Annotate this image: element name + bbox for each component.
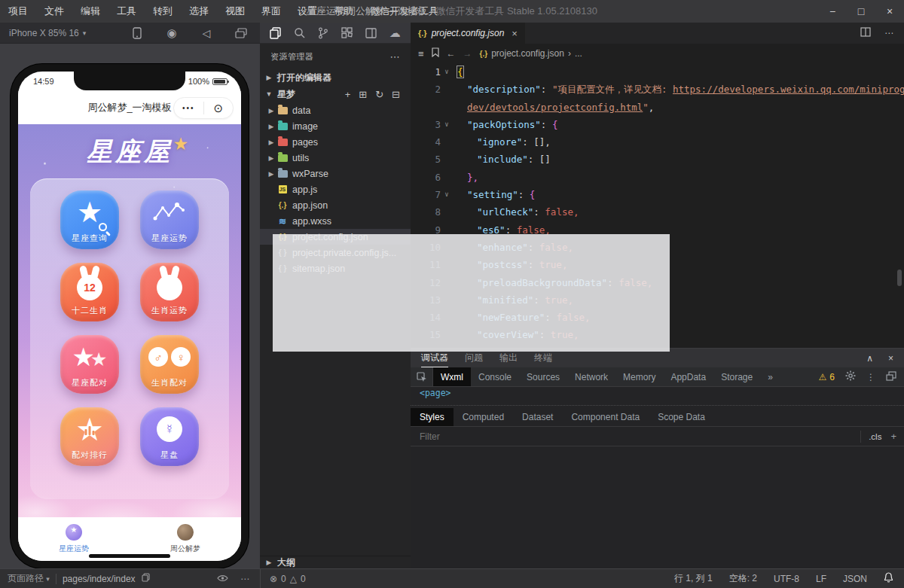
problems-counter[interactable]: ⊗ 0 △ 0 — [260, 569, 315, 588]
minimize-button[interactable]: − — [818, 0, 847, 23]
outline-section[interactable]: ▶ 大纲 — [260, 556, 411, 568]
menu-item-6[interactable]: 视图 — [217, 0, 253, 23]
warning-badge[interactable]: ⚠6 — [819, 372, 835, 382]
menu-item-2[interactable]: 编辑 — [72, 0, 108, 23]
cursor-position[interactable]: 行 1, 列 1 — [674, 572, 713, 585]
eye-icon[interactable] — [217, 574, 228, 584]
collapse-panel-icon[interactable]: ∧ — [866, 353, 873, 364]
style-tab-computed[interactable]: Computed — [454, 408, 513, 426]
tree-item-app-js[interactable]: JSapp.js — [260, 181, 411, 197]
back-icon[interactable]: ← — [447, 48, 456, 59]
forward-icon[interactable]: → — [463, 48, 472, 59]
capsule-exit-icon[interactable]: ⊙ — [204, 102, 234, 114]
devtools-tab-appdata[interactable]: AppData — [663, 367, 713, 386]
fold-icon[interactable]: ∨ — [441, 63, 453, 81]
new-file-icon[interactable]: + — [345, 89, 351, 100]
close-button[interactable]: × — [875, 0, 904, 23]
devtools-tab-storage[interactable]: Storage — [713, 367, 760, 386]
refresh-icon[interactable]: ↻ — [375, 89, 383, 100]
menu-item-5[interactable]: 选择 — [181, 0, 217, 23]
eol[interactable]: LF — [816, 574, 826, 584]
app-tile-0[interactable]: ★星座查询 — [60, 190, 119, 249]
tree-item-app-wxss[interactable]: ≋app.wxss — [260, 213, 411, 229]
gear-icon[interactable] — [845, 370, 856, 383]
multi-window-icon[interactable] — [233, 25, 249, 41]
style-tab-component-data[interactable]: Component Data — [562, 408, 649, 426]
bell-icon[interactable] — [884, 572, 893, 585]
app-tile-5[interactable]: ♂♀生肖配对 — [140, 335, 199, 394]
tree-item-wxparse[interactable]: ▶wxParse — [260, 166, 411, 181]
language-mode[interactable]: JSON — [843, 574, 867, 584]
style-tab-dataset[interactable]: Dataset — [513, 408, 562, 426]
fold-icon[interactable]: ∨ — [441, 116, 453, 133]
editor-layout-icon[interactable] — [363, 25, 380, 41]
style-tab-styles[interactable]: Styles — [411, 408, 454, 426]
more-actions-icon[interactable]: ⋯ — [884, 28, 893, 38]
cls-button[interactable]: .cls — [860, 431, 889, 443]
undock-icon[interactable] — [886, 371, 896, 383]
tab-project-config-json[interactable]: {.} project.config.json × — [411, 23, 525, 44]
devtools-tab-network[interactable]: Network — [567, 367, 615, 386]
app-tile-3[interactable]: 生肖运势 — [140, 263, 199, 321]
kebab-menu-icon[interactable]: ⋮ — [866, 372, 875, 382]
indent-setting[interactable]: 空格: 2 — [729, 572, 757, 585]
page-element-tag[interactable]: <page> — [420, 388, 451, 398]
copy-icon[interactable] — [142, 573, 150, 584]
fold-icon[interactable]: ∨ — [441, 186, 453, 203]
phone-tab-0[interactable]: 星座运势 — [59, 524, 89, 554]
cloud-icon[interactable]: ☁ — [386, 25, 403, 41]
page-path-dropdown[interactable]: 页面路径 ▾ — [8, 572, 50, 585]
app-tile-2[interactable]: 12十二生肖 — [60, 263, 119, 321]
phone-icon[interactable] — [129, 25, 145, 41]
collapse-all-icon[interactable]: ⊟ — [392, 89, 400, 100]
search-icon[interactable] — [291, 25, 307, 41]
close-panel-icon[interactable]: × — [888, 353, 893, 364]
token: " — [643, 102, 649, 113]
tree-item-pages[interactable]: ▶pages — [260, 134, 411, 150]
menu-item-1[interactable]: 文件 — [36, 0, 72, 23]
bookmark-icon[interactable] — [432, 47, 439, 59]
more-icon[interactable]: ⋯ — [240, 574, 249, 584]
inspect-element-icon[interactable] — [411, 367, 433, 386]
devtools-tab-memory[interactable]: Memory — [615, 367, 663, 386]
split-editor-icon[interactable] — [860, 27, 871, 39]
app-tile-4[interactable]: ★★星座配对 — [60, 335, 119, 394]
menu-item-4[interactable]: 转到 — [145, 0, 181, 23]
current-page-path[interactable]: pages/index/index — [63, 574, 136, 584]
tree-item-app-json[interactable]: {.}app.json — [260, 197, 411, 213]
git-icon[interactable] — [315, 25, 331, 41]
tree-item-image[interactable]: ▶image — [260, 118, 411, 134]
element-tree[interactable]: <page> — [411, 387, 904, 405]
filter-input[interactable] — [418, 431, 860, 443]
explorer-more-icon[interactable]: ⋯ — [390, 51, 401, 62]
tabs-overflow-icon[interactable]: » — [760, 367, 780, 386]
list-icon[interactable]: ≡ — [418, 48, 424, 59]
extensions-icon[interactable] — [339, 25, 356, 41]
new-folder-icon[interactable]: ⊞ — [359, 89, 367, 100]
menu-item-0[interactable]: 项目 — [0, 0, 36, 23]
audio-icon[interactable]: ◁ — [198, 25, 215, 41]
record-icon[interactable]: ◉ — [163, 25, 180, 41]
capsule-more-icon[interactable]: ••• — [174, 104, 203, 112]
devtools-tab-console[interactable]: Console — [471, 367, 519, 386]
token: [], — [533, 136, 551, 148]
add-style-icon[interactable]: + — [889, 431, 896, 442]
style-tab-scope-data[interactable]: Scope Data — [649, 408, 714, 426]
tree-item-utils[interactable]: ▶utils — [260, 150, 411, 166]
explorer-icon[interactable] — [267, 25, 284, 41]
devtools-tab-wxml[interactable]: Wxml — [433, 367, 471, 386]
tree-item-data[interactable]: ▶data — [260, 102, 411, 118]
breadcrumb-file[interactable]: {.} project.config.json › ... — [480, 48, 582, 59]
menu-item-3[interactable]: 工具 — [108, 0, 145, 23]
editor-scrollbar[interactable] — [897, 270, 902, 286]
project-section[interactable]: ▼ 星梦 +⊞↻⊟ — [260, 86, 411, 102]
phone-tab-1[interactable]: 周公解梦 — [170, 524, 200, 554]
open-editors-section[interactable]: ▶ 打开的编辑器 — [260, 69, 411, 86]
devtools-tab-sources[interactable]: Sources — [519, 367, 567, 386]
app-tile-1[interactable]: 星座运势 — [140, 190, 199, 249]
menu-item-7[interactable]: 界面 — [253, 0, 289, 23]
device-picker[interactable]: iPhone X 85% 16 ▾ — [9, 28, 86, 38]
tab-close-icon[interactable]: × — [512, 28, 518, 39]
maximize-button[interactable]: □ — [847, 0, 875, 23]
encoding[interactable]: UTF-8 — [774, 574, 799, 584]
